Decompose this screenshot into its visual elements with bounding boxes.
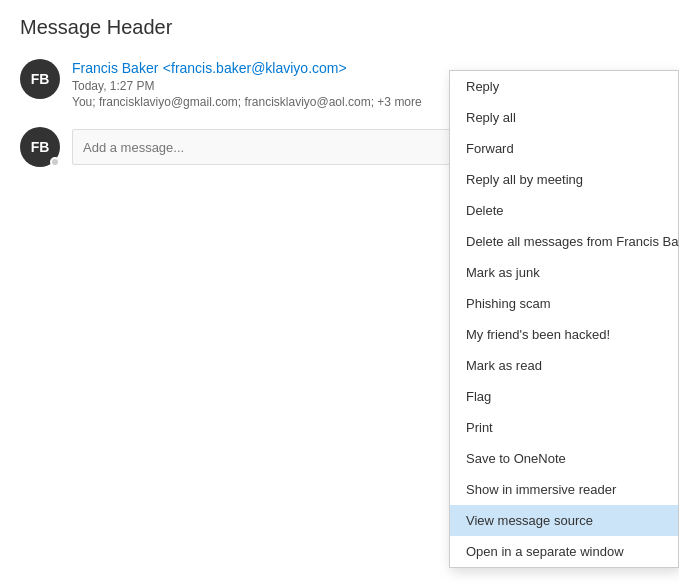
context-menu-item[interactable]: Mark as junk (450, 257, 678, 288)
context-menu-item[interactable]: Mark as read (450, 350, 678, 381)
context-menu-item[interactable]: Reply all by meeting (450, 164, 678, 195)
compose-avatar: FB (20, 127, 60, 167)
context-menu-item[interactable]: Open in a separate window (450, 536, 678, 567)
context-menu-item[interactable]: Save to OneNote (450, 443, 678, 474)
sender-email: <francis.baker@klaviyo.com> (163, 60, 347, 76)
context-menu-item[interactable]: Delete all messages from Francis Baker (450, 226, 678, 257)
context-menu-item[interactable]: Reply (450, 71, 678, 102)
avatar-status-dot (50, 157, 60, 167)
context-menu-item[interactable]: Show in immersive reader (450, 474, 678, 505)
sender-name: Francis Baker (72, 60, 158, 76)
context-menu-item[interactable]: View message source (450, 505, 678, 536)
context-menu: ReplyReply allForwardReply all by meetin… (449, 70, 679, 568)
avatar: FB (20, 59, 60, 99)
page-container: Message Header FB Francis Baker <francis… (0, 0, 679, 588)
context-menu-item[interactable]: Delete (450, 195, 678, 226)
context-menu-item[interactable]: Flag (450, 381, 678, 412)
context-menu-item[interactable]: Reply all (450, 102, 678, 133)
page-title: Message Header (0, 0, 679, 49)
context-menu-item[interactable]: My friend's been hacked! (450, 319, 678, 350)
context-menu-item[interactable]: Forward (450, 133, 678, 164)
context-menu-item[interactable]: Print (450, 412, 678, 443)
context-menu-item[interactable]: Phishing scam (450, 288, 678, 319)
